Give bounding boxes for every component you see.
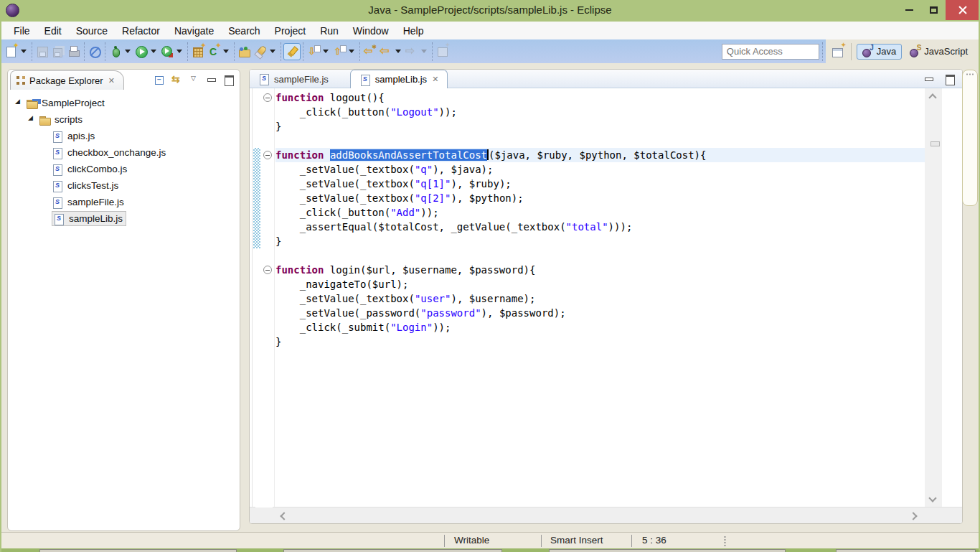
code-token: ));	[433, 322, 451, 333]
editor-tab-samplefile.js[interactable]: sampleFile.js	[250, 70, 337, 88]
new-wizard-button[interactable]	[4, 44, 29, 60]
project-tree: SampleProjectscriptsapis.jscheckbox_onch…	[8, 90, 240, 227]
menu-run[interactable]: Run	[314, 24, 345, 38]
quick-access-input[interactable]	[722, 44, 819, 60]
trim-grip[interactable]	[966, 73, 974, 75]
code-line: _setValue(_password("password"), $passwo…	[275, 306, 925, 320]
menu-help[interactable]: Help	[397, 24, 430, 38]
collapse-region-icon[interactable]	[263, 151, 272, 159]
menu-project[interactable]: Project	[268, 24, 313, 38]
mark-occurrences-button[interactable]	[283, 43, 301, 60]
expand-arrow-icon[interactable]	[28, 116, 35, 123]
dropdown-arrow-icon[interactable]	[421, 50, 427, 53]
tree-item-clickcombo-js[interactable]: clickCombo.js	[8, 161, 240, 177]
link-with-editor-icon[interactable]	[171, 74, 184, 85]
minimize-editor-icon[interactable]	[923, 73, 936, 85]
scroll-left-icon[interactable]	[280, 512, 288, 520]
skip-all-breakpoints-icon	[88, 45, 101, 58]
view-menu-icon[interactable]	[189, 74, 201, 85]
previous-annotation-button[interactable]	[331, 44, 357, 60]
tree-item-samplefile-js[interactable]: sampleFile.js	[8, 194, 240, 210]
close-view-icon[interactable]: ✕	[108, 76, 115, 85]
menu-search[interactable]: Search	[222, 24, 266, 38]
dropdown-arrow-icon[interactable]	[349, 50, 354, 53]
menu-window[interactable]: Window	[347, 24, 395, 38]
vertical-scrollbar[interactable]	[925, 88, 942, 507]
last-edit-location-icon	[364, 45, 377, 58]
maximize-view-icon[interactable]	[223, 74, 235, 85]
minimize-button[interactable]	[897, 0, 921, 20]
new-class-button[interactable]	[206, 44, 232, 60]
back-button[interactable]	[378, 44, 404, 60]
dropdown-arrow-icon[interactable]	[151, 50, 156, 53]
close-tab-icon[interactable]: ✕	[432, 75, 438, 84]
collapse-all-icon[interactable]	[154, 74, 166, 85]
maximize-button[interactable]	[921, 0, 946, 20]
run-icon	[135, 45, 148, 58]
minimize-view-icon[interactable]	[206, 74, 218, 85]
editor-tab-label: sampleFile.js	[274, 74, 329, 85]
next-annotation-button[interactable]	[306, 44, 331, 60]
pin-editor-button[interactable]	[435, 44, 451, 60]
open-task-button[interactable]	[237, 44, 253, 60]
code-line: _click(_submit("Login"));	[275, 320, 925, 335]
menu-navigate[interactable]: Navigate	[168, 24, 220, 38]
run-coverage-button[interactable]	[159, 44, 185, 60]
maximize-icon	[930, 6, 938, 14]
perspective-java[interactable]: Java	[857, 44, 902, 60]
code-area[interactable]: function logout(){ _click(_button("Logou…	[275, 88, 925, 507]
package-explorer-tab[interactable]: Package Explorer ✕	[10, 70, 124, 90]
dropdown-arrow-icon[interactable]	[323, 50, 329, 53]
menu-source[interactable]: Source	[70, 24, 114, 38]
dropdown-arrow-icon[interactable]	[395, 50, 401, 53]
tree-item-sampleproject[interactable]: SampleProject	[8, 95, 240, 111]
last-edit-location-button[interactable]	[362, 44, 378, 60]
code-token: ($java, $ruby, $python, $totalCost){	[489, 149, 706, 161]
save-button[interactable]	[34, 44, 50, 60]
menu-refactor[interactable]: Refactor	[116, 24, 166, 38]
tree-item-samplelib-js[interactable]: sampleLib.js	[8, 210, 240, 227]
menu-edit[interactable]: Edit	[38, 24, 68, 38]
expand-arrow-icon[interactable]	[15, 100, 22, 107]
tree-item-checkbox_onchange-js[interactable]: checkbox_onchange.js	[8, 144, 240, 161]
debug-button[interactable]	[108, 44, 133, 60]
dropdown-arrow-icon[interactable]	[176, 50, 182, 53]
scroll-up-icon[interactable]	[928, 93, 936, 101]
new-java-project-button[interactable]	[190, 44, 206, 60]
skip-all-breakpoints-button[interactable]	[87, 44, 103, 60]
status-bar: Writable Smart Insert 5 : 36	[1, 532, 979, 548]
search-button[interactable]	[253, 44, 278, 60]
titlebar: Java - SampleProject/scripts/sampleLib.j…	[0, 0, 980, 22]
print-button[interactable]	[66, 44, 82, 60]
status-separator	[541, 535, 542, 547]
javascript-perspective-icon	[910, 46, 921, 57]
scroll-right-icon[interactable]	[909, 512, 917, 520]
code-line: }	[275, 335, 925, 349]
dropdown-arrow-icon[interactable]	[125, 50, 131, 53]
dropdown-arrow-icon[interactable]	[223, 50, 229, 53]
dropdown-arrow-icon[interactable]	[270, 50, 275, 53]
toolbar-groups	[1, 42, 453, 61]
search-icon	[254, 45, 267, 58]
perspective-javascript[interactable]: JavaScript	[905, 45, 973, 59]
tree-item-apis-js[interactable]: apis.js	[8, 128, 240, 144]
tree-item-scripts[interactable]: scripts	[8, 111, 240, 128]
collapse-region-icon[interactable]	[263, 266, 272, 274]
run-button[interactable]	[133, 44, 159, 60]
tree-item-clickstest-js[interactable]: clicksTest.js	[8, 177, 240, 194]
menu-file[interactable]: File	[7, 24, 37, 38]
code-token: ), $password);	[481, 307, 566, 319]
maximize-editor-icon[interactable]	[944, 73, 956, 85]
collapse-region-icon[interactable]	[263, 93, 272, 102]
code-token	[324, 149, 329, 161]
scroll-down-icon[interactable]	[928, 494, 936, 502]
open-perspective-button[interactable]	[830, 44, 846, 60]
editor-tab-samplelib.js[interactable]: sampleLib.js✕	[350, 70, 448, 88]
save-all-button[interactable]	[50, 44, 66, 60]
forward-button[interactable]	[404, 44, 430, 60]
back-icon	[380, 45, 392, 58]
horizontal-scrollbar[interactable]	[250, 507, 962, 523]
code-line: function addBooksAndAssertTotalCost($jav…	[275, 148, 925, 162]
dropdown-arrow-icon[interactable]	[21, 50, 27, 53]
close-button[interactable]	[946, 0, 980, 20]
